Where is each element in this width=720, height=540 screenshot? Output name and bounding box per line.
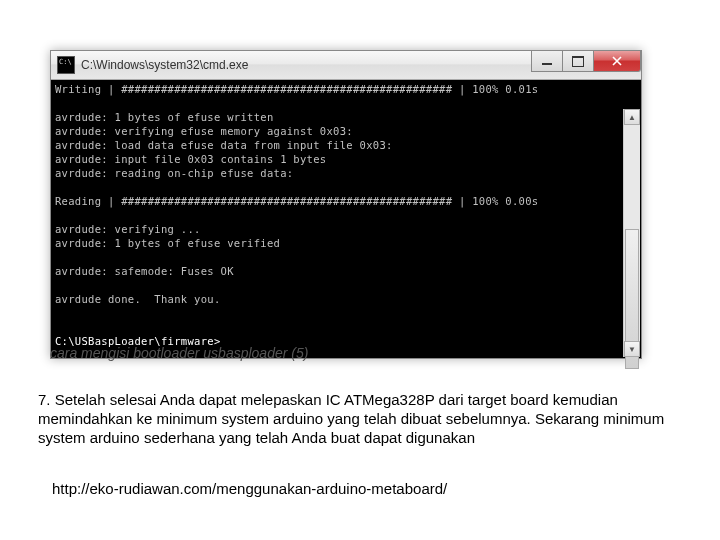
titlebar[interactable]: C:\Windows\system32\cmd.exe: [51, 51, 641, 80]
close-button[interactable]: [593, 51, 641, 72]
scrollbar[interactable]: ▲ ▼: [623, 109, 640, 357]
cmd-window: C:\Windows\system32\cmd.exe Writing | ##…: [50, 50, 642, 359]
source-url: http://eko-rudiawan.com/menggunakan-ardu…: [52, 480, 447, 497]
window-controls: [532, 51, 641, 71]
image-caption: cara mengisi bootloader usbasploader (5): [50, 345, 308, 361]
close-icon: [612, 56, 622, 66]
scroll-up-button[interactable]: ▲: [624, 109, 640, 125]
terminal-output[interactable]: Writing | ##############################…: [51, 80, 641, 358]
minimize-button[interactable]: [531, 51, 563, 72]
window-title: C:\Windows\system32\cmd.exe: [81, 58, 248, 72]
maximize-button[interactable]: [562, 51, 594, 72]
scroll-down-button[interactable]: ▼: [624, 341, 640, 357]
terminal-area: Writing | ##############################…: [51, 80, 641, 358]
cmd-icon: [57, 56, 75, 74]
instruction-text: 7. Setelah selesai Anda dapat melepaskan…: [38, 390, 678, 447]
